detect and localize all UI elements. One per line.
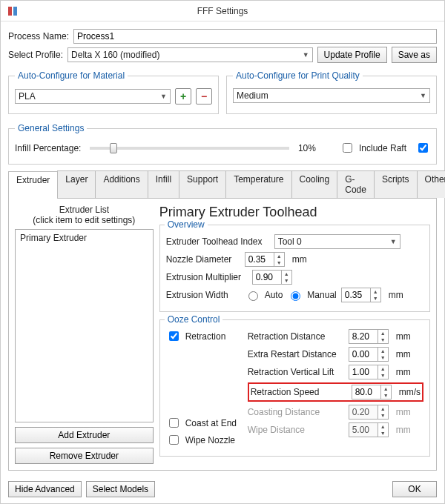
extruder-list-title: Extruder List — [15, 205, 154, 215]
autoconfig-material-legend: Auto-Configure for Material — [15, 70, 128, 81]
wipe-distance-input: ▲▼ — [349, 422, 389, 437]
app-icon — [7, 5, 19, 17]
extruder-settings-panel: Primary Extruder Toolhead Overview Extru… — [159, 205, 430, 464]
width-auto-radio[interactable] — [248, 291, 258, 301]
extruder-list-panel: Extruder List (click item to edit settin… — [15, 205, 154, 464]
cd-unit: mm — [396, 407, 411, 417]
extra-restart-label: Extra Restart Distance — [248, 349, 344, 359]
material-value: PLA — [19, 91, 36, 102]
tab-additions[interactable]: Additions — [95, 170, 148, 198]
extruder-list-header: Extruder List (click item to edit settin… — [15, 205, 154, 226]
tab-cooling[interactable]: Cooling — [291, 170, 338, 198]
chevron-down-icon: ▼ — [390, 238, 397, 245]
tab-other[interactable]: Other — [417, 170, 445, 198]
retraction-vlift-label: Retraction Vertical Lift — [248, 367, 344, 377]
quality-value: Medium — [237, 90, 268, 101]
rd-unit: mm — [396, 331, 411, 342]
tab-layer[interactable]: Layer — [57, 170, 96, 198]
toolhead-index-label: Extruder Toolhead Index — [166, 236, 270, 247]
extruder-listbox[interactable]: Primary Extruder — [15, 229, 154, 422]
extra-restart-input[interactable]: ▲▼ — [349, 347, 389, 362]
extrusion-width-label: Extrusion Width — [166, 290, 240, 300]
titlebar: FFF Settings — [1, 1, 444, 21]
profile-value: Delta X 160 (modified) — [71, 50, 159, 60]
coast-label: Coast at End — [185, 418, 237, 428]
window-title: FFF Settings — [197, 6, 248, 16]
autoconfig-quality-group: Auto-Configure for Print Quality Medium … — [226, 70, 437, 114]
wipe-checkbox[interactable] — [169, 435, 179, 445]
infill-label: Infill Percentage: — [15, 143, 81, 153]
extra-checkbox[interactable] — [418, 143, 428, 153]
infill-slider[interactable] — [90, 147, 289, 150]
svg-rect-0 — [8, 7, 12, 16]
remove-extruder-button[interactable]: Remove Extruder — [15, 448, 154, 464]
ok-button[interactable]: OK — [392, 481, 437, 497]
width-auto-label: Auto — [265, 290, 283, 300]
retraction-distance-label: Retraction Distance — [248, 331, 344, 342]
retraction-speed-input[interactable]: ▲▼ — [352, 385, 392, 399]
add-material-button[interactable]: + — [175, 88, 191, 105]
autoconfig-quality-legend: Auto-Configure for Print Quality — [233, 70, 363, 81]
width-manual-label: Manual — [307, 290, 336, 300]
retraction-speed-row: Retraction Speed▲▼mm/s — [248, 382, 423, 402]
coasting-distance-input: ▲▼ — [349, 405, 389, 420]
autoconfig-material-group: Auto-Configure for Material PLA ▼ + − — [8, 70, 219, 114]
width-manual-radio[interactable] — [291, 291, 300, 301]
quality-select[interactable]: Medium ▼ — [233, 88, 430, 103]
nozzle-diameter-unit: mm — [292, 254, 307, 265]
ooze-title: Ooze Control — [165, 314, 223, 325]
select-models-button[interactable]: Select Models — [86, 481, 155, 497]
footer: Hide Advanced Select Models OK — [8, 481, 437, 497]
profile-label: Select Profile: — [8, 50, 63, 60]
material-select[interactable]: PLA ▼ — [15, 89, 171, 104]
tab-extruder[interactable]: Extruder — [8, 171, 58, 199]
chevron-down-icon: ▼ — [160, 93, 167, 100]
include-raft-checkbox[interactable] — [343, 143, 352, 153]
rs-unit: mm/s — [399, 387, 421, 397]
wipe-label: Wipe Nozzle — [185, 435, 235, 445]
extrusion-multiplier-input[interactable]: ▲▼ — [252, 270, 292, 285]
extrusion-multiplier-label: Extrusion Multiplier — [166, 272, 248, 282]
svg-rect-1 — [13, 7, 17, 16]
update-profile-button[interactable]: Update Profile — [317, 47, 387, 63]
panel-title: Primary Extruder Toolhead — [159, 205, 430, 220]
wipe-distance-label: Wipe Distance — [248, 425, 344, 435]
tab-temperature[interactable]: Temperature — [225, 170, 291, 198]
general-settings-group: General Settings Infill Percentage: 10% … — [8, 123, 437, 165]
list-item[interactable]: Primary Extruder — [17, 231, 151, 245]
extruder-list-sub: (click item to edit settings) — [15, 215, 154, 225]
include-raft-label: Include Raft — [359, 143, 406, 153]
profile-select[interactable]: Delta X 160 (modified) ▼ — [67, 47, 313, 62]
overview-group: Overview Extruder Toolhead Index Tool 0 … — [159, 225, 430, 312]
tab-scripts[interactable]: Scripts — [374, 170, 418, 198]
tab-support[interactable]: Support — [179, 170, 226, 198]
nozzle-diameter-label: Nozzle Diameter — [166, 254, 240, 265]
tab-gcode[interactable]: G-Code — [337, 170, 375, 198]
process-name-label: Process Name: — [8, 31, 69, 42]
remove-material-button[interactable]: − — [196, 88, 212, 105]
coasting-distance-label: Coasting Distance — [248, 407, 344, 417]
overview-title: Overview — [165, 219, 208, 230]
retraction-checkbox[interactable] — [169, 331, 179, 341]
extrusion-width-unit: mm — [389, 290, 403, 300]
toolhead-index-select[interactable]: Tool 0 ▼ — [274, 234, 400, 249]
process-name-input[interactable] — [73, 29, 437, 44]
add-extruder-button[interactable]: Add Extruder — [15, 427, 154, 443]
slider-thumb[interactable] — [110, 143, 117, 153]
hide-advanced-button[interactable]: Hide Advanced — [8, 481, 82, 497]
erd-unit: mm — [396, 349, 411, 359]
extrusion-width-input[interactable]: ▲▼ — [341, 288, 381, 302]
retraction-vlift-input[interactable]: ▲▼ — [349, 365, 389, 379]
nozzle-diameter-input[interactable]: ▲▼ — [245, 252, 285, 267]
chevron-down-icon: ▼ — [303, 51, 309, 59]
save-as-button[interactable]: Save as — [392, 47, 437, 63]
coast-checkbox[interactable] — [169, 418, 179, 428]
infill-value: 10% — [298, 143, 316, 153]
fff-settings-window: FFF Settings Process Name: Select Profil… — [0, 0, 445, 504]
retraction-label: Retraction — [185, 331, 226, 342]
tabs: Extruder Layer Additions Infill Support … — [8, 170, 437, 199]
retraction-distance-input[interactable]: ▲▼ — [349, 329, 389, 344]
general-settings-legend: General Settings — [15, 123, 87, 133]
chevron-down-icon: ▼ — [420, 92, 426, 99]
tab-infill[interactable]: Infill — [148, 170, 179, 198]
